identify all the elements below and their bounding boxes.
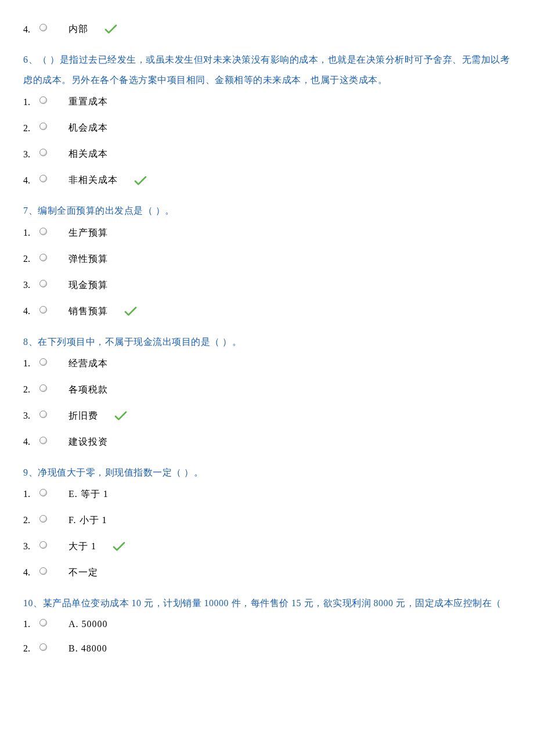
option-number: 1. — [23, 97, 39, 107]
check-icon — [114, 411, 127, 422]
option-text: F. 小于 1 — [68, 514, 107, 527]
radio-button[interactable] — [39, 123, 47, 130]
check-icon — [124, 305, 137, 316]
option-text: 机会成本 — [68, 122, 108, 134]
radio-button[interactable] — [39, 228, 47, 235]
option-number: 1. — [23, 489, 39, 499]
option-row: 1. 经营成本 — [23, 358, 515, 370]
option-text: E. 等于 1 — [68, 488, 109, 501]
option-text: 生产预算 — [68, 227, 108, 239]
option-number: 1. — [23, 619, 39, 629]
option-number: 2. — [23, 384, 39, 395]
option-number: 4. — [23, 24, 39, 35]
option-text: 折旧费 — [68, 410, 98, 422]
option-row: 3. 折旧费 — [23, 410, 515, 422]
option-text: A. 50000 — [68, 619, 108, 629]
check-icon — [104, 24, 117, 35]
option-row: 1. 重置成本 — [23, 96, 515, 108]
option-text: 内部 — [68, 23, 88, 35]
option-text: 非相关成本 — [68, 174, 118, 186]
option-row: 2. 各项税款 — [23, 384, 515, 396]
option-text: 弹性预算 — [68, 253, 108, 265]
option-text: 各项税款 — [68, 384, 108, 396]
radio-button[interactable] — [39, 619, 47, 627]
question-6-prompt: 6、（ ）是指过去已经发生，或虽未发生但对未来决策没有影响的成本，也就是在决策分… — [23, 49, 515, 90]
option-number: 2. — [23, 254, 39, 264]
option-text: 大于 1 — [68, 541, 96, 553]
radio-button[interactable] — [39, 567, 47, 575]
option-row: 3. 相关成本 — [23, 148, 515, 160]
option-text: 现金预算 — [68, 279, 108, 291]
option-text: 建设投资 — [68, 436, 108, 448]
option-row: 1. E. 等于 1 — [23, 488, 515, 501]
option-number: 4. — [23, 567, 39, 578]
radio-button[interactable] — [39, 175, 47, 182]
option-number: 3. — [23, 411, 39, 421]
question-10-prompt: 10、某产品单位变动成本 10 元，计划销量 10000 件，每件售价 15 元… — [23, 593, 515, 613]
question-8-prompt: 8、在下列项目中，不属于现金流出项目的是（ ）。 — [23, 332, 515, 352]
radio-button[interactable] — [39, 643, 47, 651]
option-row: 4. 销售预算 — [23, 305, 515, 318]
radio-button[interactable] — [39, 411, 47, 418]
option-text: B. 48000 — [68, 643, 107, 654]
check-icon — [113, 541, 125, 552]
option-number: 2. — [23, 643, 39, 654]
radio-button[interactable] — [39, 24, 47, 31]
radio-button[interactable] — [39, 384, 47, 392]
option-text: 不一定 — [68, 567, 98, 579]
radio-button[interactable] — [39, 254, 47, 261]
option-row: 4. 内部 — [23, 23, 515, 35]
option-row: 2. 机会成本 — [23, 122, 515, 134]
radio-button[interactable] — [39, 515, 47, 523]
option-row: 4. 建设投资 — [23, 436, 515, 448]
question-7-prompt: 7、编制全面预算的出发点是（ ）。 — [23, 200, 515, 221]
option-row: 1. A. 50000 — [23, 619, 515, 629]
option-number: 1. — [23, 228, 39, 238]
option-number: 3. — [23, 149, 39, 160]
option-number: 3. — [23, 280, 39, 290]
radio-wrap — [39, 27, 57, 31]
option-row: 4. 非相关成本 — [23, 174, 515, 186]
radio-button[interactable] — [39, 541, 47, 549]
option-row: 2. B. 48000 — [23, 643, 515, 654]
radio-button[interactable] — [39, 96, 47, 104]
option-number: 1. — [23, 358, 39, 369]
question-9-prompt: 9、净现值大于零，则现值指数一定（ ）。 — [23, 462, 515, 483]
option-text: 重置成本 — [68, 96, 108, 108]
radio-button[interactable] — [39, 280, 47, 287]
radio-button[interactable] — [39, 149, 47, 156]
option-number: 4. — [23, 437, 39, 447]
option-row: 2. 弹性预算 — [23, 253, 515, 265]
radio-button[interactable] — [39, 358, 47, 366]
option-row: 3. 现金预算 — [23, 279, 515, 291]
option-text: 经营成本 — [68, 358, 108, 370]
option-number: 2. — [23, 515, 39, 525]
option-text: 销售预算 — [68, 305, 108, 318]
option-row: 3. 大于 1 — [23, 541, 515, 553]
option-number: 4. — [23, 175, 39, 186]
option-number: 4. — [23, 306, 39, 316]
radio-button[interactable] — [39, 489, 47, 496]
option-row: 4. 不一定 — [23, 567, 515, 579]
option-number: 3. — [23, 541, 39, 552]
radio-button[interactable] — [39, 306, 47, 314]
radio-button[interactable] — [39, 437, 47, 444]
option-row: 1. 生产预算 — [23, 227, 515, 239]
check-icon — [134, 175, 147, 186]
option-text: 相关成本 — [68, 148, 108, 160]
option-row: 2. F. 小于 1 — [23, 514, 515, 527]
option-number: 2. — [23, 123, 39, 134]
